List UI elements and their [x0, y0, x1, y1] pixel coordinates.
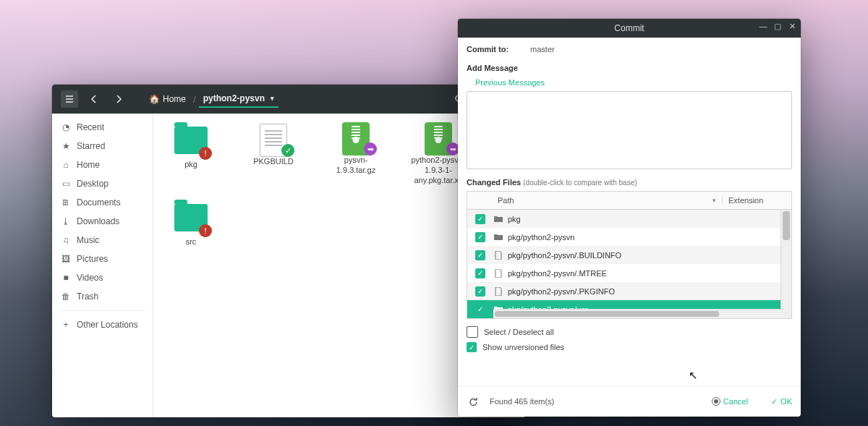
row-checkbox[interactable]: ✓ [467, 214, 493, 224]
changed-files-label: Changed Files [467, 178, 521, 187]
sidebar-icon: 🖼 [61, 254, 71, 264]
file-icon [493, 250, 503, 260]
checkbox-unchecked-icon [467, 326, 478, 338]
commit-to-row: Commit to: master [467, 45, 792, 54]
commit-to-value: master [530, 45, 555, 54]
close-button[interactable]: ✕ [788, 22, 796, 30]
sidebar-item-desktop[interactable]: ▭Desktop [52, 174, 153, 193]
file-label: PKGBUILD [243, 157, 304, 167]
sidebar-other-locations[interactable]: +Other Locations [52, 315, 153, 334]
refresh-button[interactable] [467, 395, 480, 408]
sidebar-icon: ■ [61, 273, 71, 283]
changed-file-row[interactable]: ✓pkg/python2-pysvn/.PKGINFO [467, 282, 781, 300]
column-path[interactable]: Path ▾ [493, 196, 722, 205]
plus-icon: + [61, 320, 71, 330]
sidebar-item-trash[interactable]: 🗑Trash [52, 287, 153, 306]
changed-files-header: Changed Files (double-click to compare w… [467, 178, 792, 187]
sidebar-item-music[interactable]: ♫Music [52, 231, 153, 250]
row-checkbox[interactable]: ✓ [467, 250, 493, 260]
folder-icon [493, 214, 503, 224]
sidebar-item-home[interactable]: ⌂Home [52, 156, 153, 174]
checkbox-checked-icon: ✓ [475, 304, 485, 315]
sidebar-item-label: Desktop [77, 179, 109, 189]
sidebar-icon: ⭳ [61, 216, 71, 226]
maximize-button[interactable]: ▢ [773, 22, 782, 30]
vertical-scrollbar[interactable] [780, 210, 791, 318]
sidebar-item-pictures[interactable]: 🖼Pictures [52, 250, 153, 268]
commit-to-label: Commit to: [467, 45, 509, 54]
changed-file-row[interactable]: ✓pkg/python2-pysvn/.MTREE [467, 264, 781, 282]
file-icon [493, 286, 503, 297]
sidebar-item-label: Documents [77, 197, 121, 208]
chevron-down-icon: ▾ [712, 197, 716, 204]
sidebar-item-label: Downloads [77, 216, 119, 226]
sidebar-item-label: Home [77, 160, 100, 170]
horizontal-scrollbar[interactable] [493, 309, 781, 318]
sidebar-item-videos[interactable]: ■Videos [52, 268, 153, 287]
breadcrumb-separator: / [193, 94, 196, 105]
files-app-menu-button[interactable] [61, 90, 78, 108]
changed-files-hint: (double-click to compare with base) [523, 179, 637, 187]
breadcrumb-current-label: python2-pysvn [203, 93, 265, 103]
breadcrumb-current[interactable]: python2-pysvn ▾ [199, 90, 278, 108]
file-item[interactable]: !pkg [161, 127, 221, 185]
changed-file-row[interactable]: ✓pkg [467, 210, 781, 228]
commit-message-input[interactable] [467, 91, 792, 169]
file-icon [493, 268, 503, 278]
previous-messages-link[interactable]: Previous Messages [475, 78, 792, 87]
checkbox-checked-icon: ✓ [467, 342, 477, 352]
commit-dialog: Commit — ▢ ✕ Commit to: master Add Messa… [458, 19, 801, 417]
sidebar-icon: ◔ [61, 122, 71, 132]
cancel-icon [712, 397, 720, 406]
row-checkbox[interactable]: ✓ [467, 304, 493, 315]
sidebar-icon: ♫ [61, 235, 71, 245]
share-badge-icon: ➥ [364, 142, 377, 156]
sidebar-item-downloads[interactable]: ⭳Downloads [52, 212, 153, 231]
commit-title: Commit [614, 23, 644, 33]
file-path: pkg/python2-pysvn/.BUILDINFO [508, 251, 781, 260]
commit-titlebar: Commit — ▢ ✕ [458, 19, 801, 38]
breadcrumb: 🏠 Home / python2-pysvn ▾ [145, 90, 278, 108]
sidebar-item-recent[interactable]: ◔Recent [52, 118, 153, 137]
file-path: pkg/python2-pysvn/.PKGINFO [508, 287, 781, 296]
folder-icon [493, 232, 503, 242]
error-badge-icon: ! [199, 147, 212, 160]
sidebar-item-label: Recent [77, 122, 104, 132]
changed-file-row[interactable]: ✓pkg/python2-pysvn/.BUILDINFO [467, 246, 781, 264]
home-icon: 🏠 [149, 94, 160, 104]
sidebar-item-documents[interactable]: 🗎Documents [52, 193, 153, 212]
file-item[interactable]: !src [161, 204, 221, 247]
check-icon: ✓ [771, 397, 778, 406]
sidebar-icon: 🗎 [61, 197, 71, 208]
error-badge-icon: ! [199, 224, 212, 237]
sidebar-item-label: Starred [77, 141, 105, 151]
chevron-down-icon: ▾ [271, 95, 274, 102]
row-checkbox[interactable]: ✓ [467, 268, 493, 278]
changed-file-row[interactable]: ✓pkg/python2-pysvn [467, 228, 781, 246]
back-button[interactable] [85, 90, 103, 108]
file-label: pysvn-1.9.3.tar.gz [326, 156, 386, 176]
file-item[interactable]: ➥pysvn-1.9.3.tar.gz [326, 127, 386, 185]
select-all-checkbox[interactable]: Select / Deselect all [467, 326, 792, 338]
file-path: pkg [508, 215, 781, 223]
changed-files-list: ✓pkg✓pkg/python2-pysvn✓pkg/python2-pysvn… [467, 209, 792, 319]
minimize-button[interactable]: — [759, 22, 767, 30]
add-message-label: Add Message [467, 64, 792, 72]
file-manager-titlebar: 🏠 Home / python2-pysvn ▾ ▾ [52, 85, 526, 114]
file-label: pkg [161, 160, 221, 170]
file-item[interactable]: ✓PKGBUILD [243, 127, 304, 185]
file-path: pkg/python2-pysvn [508, 233, 781, 242]
column-extension[interactable]: Extension [722, 196, 780, 205]
row-checkbox[interactable]: ✓ [467, 286, 493, 297]
cancel-button[interactable]: Cancel [712, 397, 748, 406]
row-checkbox[interactable]: ✓ [467, 232, 493, 242]
show-unversioned-checkbox[interactable]: ✓ Show unversioned files [467, 342, 792, 352]
ok-button[interactable]: ✓ OK [771, 397, 792, 406]
file-label: src [161, 237, 221, 247]
file-path: pkg/python2-pysvn/.MTREE [508, 269, 781, 278]
breadcrumb-home[interactable]: 🏠 Home [145, 91, 190, 107]
sidebar-item-label: Other Locations [77, 320, 138, 330]
sidebar-item-starred[interactable]: ★Starred [52, 137, 153, 156]
forward-button[interactable] [110, 90, 127, 108]
checkbox-checked-icon: ✓ [475, 268, 485, 278]
